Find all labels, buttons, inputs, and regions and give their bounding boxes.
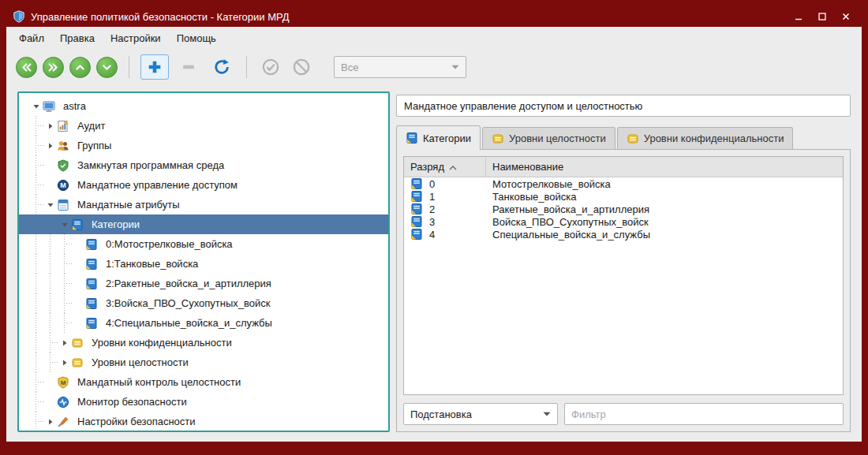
table-row[interactable]: 3Войска_ПВО_Сухопутных_войск — [404, 215, 843, 228]
tree-item-groups[interactable]: Группы — [19, 136, 388, 155]
category-icon — [85, 238, 98, 251]
tree-item-astra[interactable]: astra — [19, 96, 388, 116]
filter-mode-value: Подстановка — [410, 408, 472, 420]
minimize-icon — [794, 12, 803, 21]
check-circle-icon — [262, 58, 279, 76]
tree-item-category-2[interactable]: 2:Ракетные_войска_и_артиллерия — [19, 274, 388, 293]
tree-item-category-4[interactable]: 4:Специальные_войска_и_службы — [19, 313, 388, 333]
toolbar: Все — [6, 49, 862, 85]
maximize-icon — [817, 12, 827, 21]
tree-item-category-3[interactable]: 3:Войска_ПВО_Сухопутных_войск — [19, 293, 388, 313]
tree-item-mandatory-access-control[interactable]: MМандатное управление доступом — [19, 175, 388, 195]
filter-all-select[interactable]: Все — [334, 56, 466, 78]
table-row[interactable]: 2Ракетные_войска_и_артиллерия — [404, 203, 843, 215]
chevron-collapsed-icon[interactable] — [44, 418, 57, 426]
chevron-collapsed-icon[interactable] — [44, 122, 57, 130]
cell-name-value: Ракетные_войска_и_артиллерия — [492, 203, 649, 215]
tree-item-label: 3:Войска_ПВО_Сухопутных_войск — [103, 297, 274, 309]
table-row[interactable]: 0Мотострелковые_войска — [404, 177, 843, 190]
cell-digit-value: 2 — [429, 203, 435, 215]
cancel-button[interactable] — [289, 54, 314, 80]
move-last-button[interactable] — [43, 57, 64, 78]
toolbar-separator — [246, 56, 247, 78]
tree-item-security-monitor[interactable]: Монитор безопасности — [19, 392, 388, 412]
delete-button[interactable] — [174, 54, 203, 80]
category-icon — [85, 258, 98, 270]
tree-item-mandatory-integrity-control[interactable]: MМандатный контроль целостности — [19, 372, 388, 392]
menu-edit[interactable]: Правка — [52, 28, 103, 48]
filter-all-value: Все — [341, 62, 358, 73]
tree-item-categories[interactable]: Категории — [19, 214, 388, 234]
filter-input[interactable] — [564, 403, 844, 425]
levels-icon — [492, 132, 504, 145]
category-icon — [410, 177, 423, 190]
close-button[interactable] — [838, 10, 854, 23]
double-chevron-right-icon — [47, 62, 59, 73]
cell-name: Танковые_войска — [486, 191, 843, 203]
tree-item-label: Настройки безопасности — [74, 416, 199, 427]
sort-ascending-icon — [449, 161, 457, 173]
column-label: Разряд — [410, 161, 444, 173]
tab-confidentiality-levels[interactable]: Уровни конфиденциальности — [617, 127, 794, 149]
tab-content-frame: РазрядНаименование 0Мотострелковые_войск… — [396, 149, 851, 432]
tree-item-label: 2:Ракетные_войска_и_артиллерия — [103, 278, 275, 289]
menu-file[interactable]: Файл — [11, 28, 52, 48]
tree-item-label: Категории — [88, 218, 143, 230]
groups-icon — [57, 140, 69, 152]
attributes-icon — [57, 199, 69, 211]
chevron-expanded-icon[interactable] — [30, 103, 43, 110]
tree-item-label: 4:Специальные_войска_и_службы — [103, 317, 275, 329]
apply-button[interactable] — [258, 54, 283, 80]
tab-label: Уровни конфиденциальности — [644, 132, 784, 144]
menu-help[interactable]: Помощь — [169, 28, 224, 48]
filter-mode-select[interactable]: Подстановка — [403, 403, 558, 425]
tab-integrity-levels[interactable]: Уровни целостности — [482, 127, 615, 149]
chevron-collapsed-icon[interactable] — [44, 142, 57, 150]
computer-icon — [43, 100, 55, 113]
tree-item-security-settings[interactable]: Настройки безопасности — [19, 412, 388, 431]
filter-row: Подстановка — [403, 403, 844, 425]
move-down-button[interactable] — [96, 57, 118, 78]
double-chevron-left-icon — [21, 62, 32, 73]
table-row[interactable]: 1Танковые_войска — [404, 190, 843, 203]
chevron-up-icon — [74, 62, 86, 73]
table-row[interactable]: 4Специальные_войска_и_службы — [404, 228, 843, 241]
tree-item-category-1[interactable]: 1:Танковые_войска — [19, 254, 388, 274]
tab-categories[interactable]: Категории — [396, 125, 481, 150]
add-button[interactable] — [140, 54, 169, 80]
chevron-collapsed-icon[interactable] — [58, 339, 71, 347]
categories-table: РазрядНаименование 0Мотострелковые_войск… — [403, 156, 844, 395]
tree-item-confidentiality-levels[interactable]: Уровни конфиденциальности — [19, 333, 388, 352]
category-icon — [85, 297, 98, 310]
cell-digit: 4 — [404, 228, 486, 241]
column-header-digit[interactable]: Разряд — [404, 157, 486, 177]
tree-item-category-0[interactable]: 0:Мотострелковые_войска — [19, 234, 388, 254]
refresh-icon — [213, 58, 230, 76]
chevron-expanded-icon[interactable] — [44, 201, 57, 209]
column-header-name[interactable]: Наименование — [486, 157, 843, 177]
tree-item-integrity-levels[interactable]: Уровни целостности — [19, 352, 388, 372]
maximize-button[interactable] — [814, 10, 830, 23]
tree-item-label: astra — [60, 100, 89, 112]
chevron-expanded-icon[interactable] — [58, 221, 71, 229]
tree-item-audit[interactable]: Аудит — [19, 116, 388, 136]
move-up-button[interactable] — [69, 57, 91, 78]
tree-item-mandatory-attributes[interactable]: Мандатные атрибуты — [19, 195, 388, 214]
cell-digit: 0 — [404, 177, 486, 190]
move-first-button[interactable] — [16, 57, 37, 78]
tree-item-label: Аудит — [74, 120, 108, 132]
cell-digit-value: 1 — [429, 191, 435, 203]
minimize-button[interactable] — [791, 10, 806, 23]
refresh-button[interactable] — [208, 54, 235, 80]
category-icon — [410, 215, 423, 228]
description-field[interactable]: Мандатное управление доступом и целостно… — [396, 95, 851, 117]
app-window: Управление политикой безопасности - Кате… — [6, 6, 862, 442]
chevron-collapsed-icon[interactable] — [58, 359, 71, 367]
audit-icon — [57, 120, 69, 132]
cell-name: Войска_ПВО_Сухопутных_войск — [486, 216, 843, 228]
monitor-icon — [57, 396, 69, 408]
tree-item-closed-software-env[interactable]: Замкнутая программная среда — [19, 155, 388, 175]
plus-icon — [146, 58, 163, 76]
category-icon — [410, 203, 423, 215]
menu-settings[interactable]: Настройки — [103, 28, 169, 48]
